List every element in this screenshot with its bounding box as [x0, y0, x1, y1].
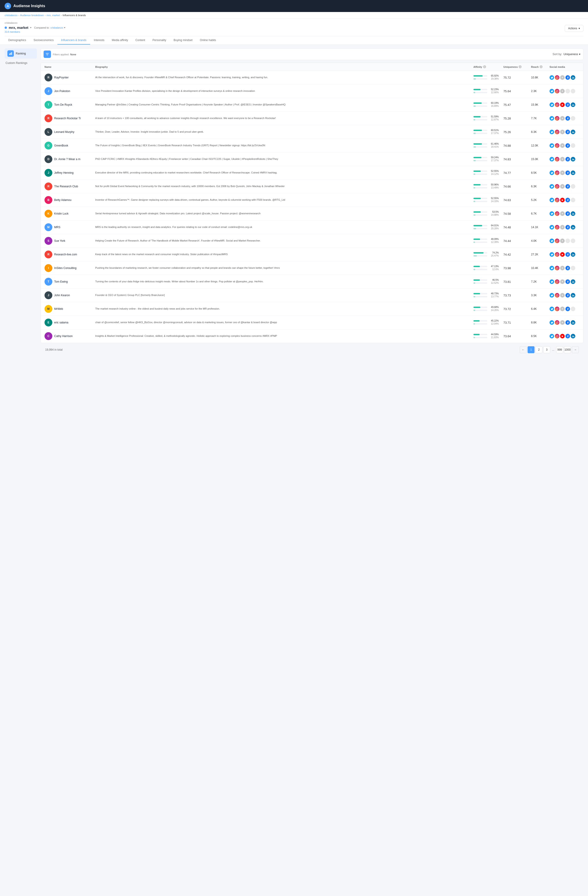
facebook-icon[interactable] [565, 157, 570, 162]
other-icon[interactable]: • [560, 266, 565, 270]
instagram-icon[interactable] [555, 252, 559, 257]
person-name[interactable]: GreenBook [54, 144, 68, 147]
other-icon[interactable]: • [560, 211, 565, 216]
youtube-icon[interactable] [560, 102, 565, 107]
linkedin-icon[interactable] [571, 130, 575, 134]
twitter-icon[interactable] [550, 130, 554, 134]
person-name[interactable]: MrWeb [54, 307, 63, 311]
sidebar-item-custom[interactable]: Custom Rankings [5, 59, 37, 66]
twitter-icon[interactable] [550, 239, 554, 243]
instagram-icon[interactable] [555, 171, 559, 175]
reach-info-icon[interactable]: i [539, 65, 542, 68]
linkedin-icon[interactable] [571, 211, 575, 216]
person-name[interactable]: Research-live.com [54, 253, 77, 256]
person-name[interactable]: Kristin Luck [54, 212, 68, 215]
disabled-icon[interactable] [565, 89, 570, 93]
twitter-icon[interactable] [550, 211, 554, 216]
youtube-icon[interactable] [560, 252, 565, 257]
instagram-icon[interactable] [555, 184, 559, 189]
twitter-icon[interactable] [550, 116, 554, 120]
person-name[interactable]: John Kearon [54, 294, 70, 297]
linkedin-icon[interactable] [571, 320, 575, 325]
other-icon[interactable]: • [560, 279, 565, 284]
page-1000-button[interactable]: 1000 [564, 346, 571, 353]
person-name[interactable]: Tom Ewing [54, 280, 68, 283]
instagram-icon[interactable] [555, 293, 559, 297]
tab-demographics[interactable]: Demographics [5, 36, 30, 44]
facebook-icon[interactable] [565, 102, 570, 107]
page-1-button[interactable]: 1 [527, 346, 535, 353]
person-name[interactable]: Leonard Murphy [54, 130, 74, 134]
twitter-icon[interactable] [550, 198, 554, 202]
page-2-button[interactable]: 2 [535, 346, 542, 353]
other-icon[interactable]: • [560, 143, 565, 148]
breadcrumb-home[interactable]: crisbalanzo [5, 14, 18, 17]
twitter-icon[interactable] [550, 334, 554, 338]
instagram-icon[interactable] [555, 320, 559, 325]
uniqueness-info-icon[interactable]: i [519, 65, 521, 68]
linkedin-icon[interactable] [571, 171, 575, 175]
other-icon[interactable]: • [560, 75, 565, 80]
twitter-icon[interactable] [550, 266, 554, 270]
facebook-icon[interactable] [565, 306, 570, 311]
facebook-icon[interactable] [565, 116, 570, 120]
instagram-icon[interactable] [555, 75, 559, 80]
person-name[interactable]: Jeffrey Henning [54, 171, 74, 174]
instagram-icon[interactable] [555, 157, 559, 162]
other-icon[interactable]: • [560, 225, 565, 230]
other-icon[interactable]: • [560, 116, 565, 120]
disabled-icon[interactable] [571, 184, 575, 189]
twitter-icon[interactable] [550, 102, 554, 107]
other-icon[interactable]: • [560, 130, 565, 134]
tab-content[interactable]: Content [132, 36, 149, 44]
compared-to-link[interactable]: crisbalanzo [50, 26, 64, 29]
instagram-icon[interactable] [555, 239, 559, 243]
twitter-icon[interactable] [550, 143, 554, 148]
facebook-icon[interactable] [565, 320, 570, 325]
facebook-icon[interactable] [565, 184, 570, 189]
facebook-icon[interactable] [565, 130, 570, 134]
twitter-icon[interactable] [550, 157, 554, 162]
other-icon[interactable]: • [560, 157, 565, 162]
instagram-icon[interactable] [555, 211, 559, 216]
instagram-icon[interactable] [555, 266, 559, 270]
twitter-icon[interactable] [550, 184, 554, 189]
audience-name-dropdown[interactable]: ▾ [30, 26, 31, 29]
person-name[interactable]: InSites Consulting [54, 267, 76, 270]
disabled-icon[interactable] [571, 198, 575, 202]
facebook-icon[interactable] [565, 279, 570, 284]
disabled-icon[interactable] [565, 239, 570, 243]
person-name[interactable]: Jon Puleston [54, 90, 70, 93]
facebook-icon[interactable] [565, 293, 570, 297]
linkedin-icon[interactable] [571, 225, 575, 230]
instagram-icon[interactable] [555, 116, 559, 120]
instagram-icon[interactable] [555, 198, 559, 202]
person-name[interactable]: Dr. Annie ? Wear a m [54, 158, 81, 161]
other-icon[interactable]: • [560, 306, 565, 311]
facebook-icon[interactable] [565, 171, 570, 175]
facebook-icon[interactable] [565, 143, 570, 148]
linkedin-icon[interactable] [571, 75, 575, 80]
page-3-button[interactable]: 3 [543, 346, 550, 353]
instagram-icon[interactable] [555, 334, 559, 338]
tab-buying-mindset[interactable]: Buying mindset [170, 36, 196, 44]
twitter-icon[interactable] [550, 252, 554, 257]
other-icon[interactable]: • [560, 184, 565, 189]
person-name[interactable]: Research Rockstar Tr [54, 117, 81, 120]
breadcrumb-audience[interactable]: Audience breakdown [20, 14, 44, 17]
facebook-icon[interactable] [565, 198, 570, 202]
twitter-icon[interactable] [550, 293, 554, 297]
disabled-icon[interactable] [571, 143, 575, 148]
person-name[interactable]: RayPoynter [54, 76, 69, 79]
instagram-icon[interactable] [555, 89, 559, 93]
youtube-icon[interactable] [560, 334, 565, 338]
tab-media-affinity[interactable]: Media affinity [108, 36, 132, 44]
twitter-icon[interactable] [550, 75, 554, 80]
twitter-icon[interactable] [550, 279, 554, 284]
twitter-icon[interactable] [550, 320, 554, 325]
instagram-icon[interactable] [555, 130, 559, 134]
person-name[interactable]: MRS [54, 226, 61, 229]
person-name[interactable]: The Research Club [54, 185, 78, 188]
sort-dropdown[interactable]: Uniqueness ▾ [564, 53, 580, 56]
disabled-icon[interactable] [571, 266, 575, 270]
